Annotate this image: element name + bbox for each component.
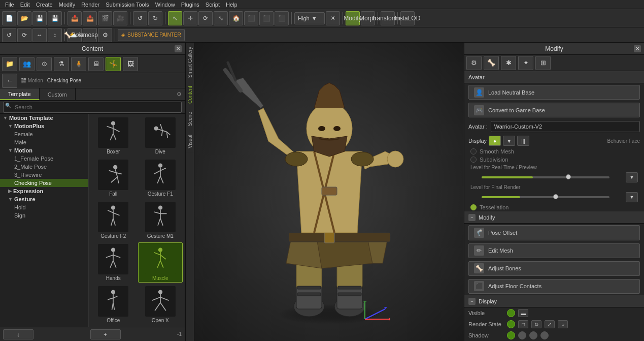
save-as-btn[interactable]: 💾 (48, 11, 62, 25)
side-tab-content[interactable]: Content (186, 82, 194, 108)
thumb-open-x[interactable]: Open X (138, 285, 183, 325)
tree-sign[interactable]: Sign (0, 211, 88, 220)
display-btn3[interactable]: ||| (517, 136, 529, 146)
select-btn[interactable]: ↖ (168, 11, 182, 25)
tree-female-pose[interactable]: 1_Female Pose (0, 154, 88, 163)
thumb-office[interactable]: Office (91, 285, 136, 325)
menu-window[interactable]: Window (152, 2, 178, 8)
snap-btn[interactable]: 🏠 (229, 11, 243, 25)
menu-create[interactable]: Create (33, 2, 56, 8)
save-btn[interactable]: 💾 (32, 11, 47, 25)
translate-btn[interactable]: ✛ (183, 11, 197, 25)
avatar-field[interactable] (491, 121, 640, 132)
tree-motion[interactable]: ▼ Motion (0, 146, 88, 154)
tree-checking-pose[interactable]: Checking Pose (0, 179, 88, 187)
undo-btn[interactable]: ↺ (133, 11, 147, 25)
side-tab-scene[interactable]: Scene (186, 108, 194, 130)
menu-file[interactable]: File (2, 2, 17, 8)
thumb-boxer[interactable]: Boxer (91, 116, 136, 156)
screen-icon-btn[interactable]: 🖥 (88, 57, 104, 71)
subdivision-radio[interactable] (470, 157, 477, 163)
shadow-dot3[interactable] (529, 331, 537, 339)
tree-hold[interactable]: Hold (0, 203, 88, 211)
bottom-add-btn[interactable]: + (90, 329, 121, 339)
adjust-floor-btn[interactable]: ⬛ Adjust Floor Contacts (468, 279, 640, 294)
render-state-icon1[interactable]: □ (518, 320, 528, 328)
atmosphere-btn[interactable]: ⛅ Atmosphere (83, 28, 97, 42)
instalod-toggle[interactable]: InstaLOD (400, 11, 415, 25)
menu-modify[interactable]: Modify (56, 2, 78, 8)
tab-custom[interactable]: Custom (40, 88, 76, 100)
right-icon4[interactable]: ✦ (518, 56, 533, 70)
tessellation-radio[interactable] (470, 204, 477, 210)
shadow-dot[interactable] (507, 331, 515, 339)
open-btn[interactable]: 📂 (17, 11, 31, 25)
smooth-mesh-radio[interactable] (470, 148, 477, 154)
tree-expression[interactable]: ▶ Expression (0, 187, 88, 195)
right-icon2[interactable]: 🦴 (484, 56, 499, 70)
right-icon3[interactable]: ✱ (501, 56, 516, 70)
rotate-btn[interactable]: ⟳ (198, 11, 213, 25)
tree-female[interactable]: Female (0, 130, 88, 138)
right-icon5[interactable]: ⊞ (535, 56, 551, 70)
quality-dropdown[interactable]: High ▼ (294, 12, 325, 24)
menu-plugins[interactable]: Plugins (178, 2, 202, 8)
thumb-fall[interactable]: Fall (91, 158, 136, 198)
figure-icon-btn[interactable]: 🧍 (71, 57, 86, 71)
thumb-dive[interactable]: Dive (138, 116, 183, 156)
menu-edit[interactable]: Edit (17, 2, 33, 8)
tb2-btn2[interactable]: ⟳ (17, 28, 31, 42)
level-rt-btn[interactable]: ▼ (626, 172, 638, 182)
visible-icon1[interactable]: ▬ (518, 309, 528, 317)
render-btn[interactable]: 🎬 (98, 11, 112, 25)
scale-btn[interactable]: ⤡ (214, 11, 228, 25)
render-state-icon2[interactable]: ↻ (531, 320, 541, 328)
render-state-icon4[interactable]: ○ (558, 320, 568, 328)
align3-btn[interactable]: ⬛ (275, 11, 289, 25)
setting-btn3[interactable]: ⚙ (98, 28, 112, 42)
brightness-btn[interactable]: ☀ (326, 11, 340, 25)
tree-motionplus[interactable]: ▼ MotionPlus (0, 122, 88, 130)
pose-icon-btn[interactable]: 🤸 (106, 57, 121, 71)
convert-game-btn[interactable]: 🎮 Convert to Game Base (468, 103, 640, 117)
folder-icon-btn[interactable]: 📁 (2, 57, 17, 71)
thumb-gesture-f1[interactable]: Gesture F1 (138, 158, 183, 198)
thumb-hands[interactable]: Hands (91, 242, 136, 283)
transformer-toggle[interactable]: Transformer (381, 11, 395, 25)
pose-offset-btn[interactable]: 🦿 Pose Offset (468, 225, 640, 240)
shadow-dot4[interactable] (540, 331, 549, 339)
tree-hivewire[interactable]: 3_Hivewire (0, 171, 88, 179)
substance-painter-btn[interactable]: ◈ SUBSTANCE PAINTER (118, 29, 185, 41)
circle-icon-btn[interactable]: ⊙ (37, 57, 52, 71)
display-btn2[interactable]: ▼ (503, 136, 515, 146)
avatar-section-header[interactable]: Avatar (464, 71, 644, 83)
tb2-btn1[interactable]: ↺ (2, 28, 16, 42)
level-render-btn[interactable]: ▼ (626, 192, 638, 202)
tb2-btn3[interactable]: ↔ (32, 28, 47, 42)
menu-submission[interactable]: Submission Tools (103, 2, 152, 8)
export-btn[interactable]: 📤 (83, 11, 97, 25)
search-input[interactable] (3, 102, 182, 113)
new-scene-btn[interactable]: 📄 (2, 11, 16, 25)
thumb-gesture-m1[interactable]: Gesture M1 (138, 200, 183, 240)
display-section-collapse[interactable]: − (468, 298, 476, 305)
modify-section-collapse[interactable]: − (468, 214, 476, 221)
menu-script[interactable]: Script (202, 2, 223, 8)
tree-gesture[interactable]: ▼ Gesture (0, 195, 88, 203)
image-icon-btn[interactable]: 🖼 (123, 57, 138, 71)
tab-settings-gear[interactable]: ⚙ (174, 91, 185, 98)
side-tab-smart-gallery[interactable]: Smart Gallery (186, 43, 194, 82)
tree-male-pose[interactable]: 2_Male Pose (0, 163, 88, 171)
edit-mesh-btn[interactable]: ✏ Edit Mesh (468, 243, 640, 258)
thumb-gesture-f2[interactable]: Gesture F2 (91, 200, 136, 240)
adjust-bones-btn[interactable]: 🦴 Adjust Bones (468, 261, 640, 276)
align2-btn[interactable]: ⬛ (259, 11, 274, 25)
modify-toggle[interactable]: Modify (346, 11, 360, 25)
people-icon-btn[interactable]: 👥 (19, 57, 35, 71)
shadow-dot2[interactable] (518, 331, 526, 339)
tb2-btn4[interactable]: ↕ (48, 28, 62, 42)
tree-male[interactable]: Male (0, 138, 88, 146)
redo-btn[interactable]: ↻ (148, 11, 162, 25)
back-btn[interactable]: ← (2, 74, 17, 88)
menu-help[interactable]: Help (223, 2, 241, 8)
